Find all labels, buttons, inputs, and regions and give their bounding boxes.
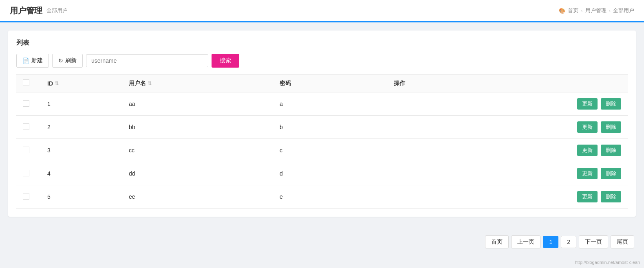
row-id-5: 5 bbox=[41, 185, 122, 209]
pagination-last[interactable]: 尾页 bbox=[611, 235, 634, 248]
th-id: ID ⇅ bbox=[41, 75, 122, 92]
list-title: 列表 bbox=[16, 39, 628, 47]
row-password-1: a bbox=[273, 92, 387, 116]
th-checkbox bbox=[16, 75, 41, 92]
row-username-2: bb bbox=[122, 116, 273, 139]
refresh-button[interactable]: ↻ 刷新 bbox=[52, 54, 83, 68]
row-actions-2: 更新 删除 bbox=[387, 116, 628, 139]
breadcrumb-home: 首页 bbox=[568, 7, 578, 14]
row-password-5: e bbox=[273, 185, 387, 209]
row-checkbox-cell bbox=[16, 185, 41, 209]
row-checkbox-1[interactable] bbox=[23, 100, 29, 107]
row-checkbox-2[interactable] bbox=[23, 123, 29, 130]
breadcrumb-sep1: › bbox=[581, 8, 582, 14]
breadcrumb-current: 全部用户 bbox=[613, 7, 634, 14]
row-actions-5: 更新 删除 bbox=[387, 185, 628, 209]
username-sort-icon[interactable]: ⇅ bbox=[148, 81, 152, 86]
row-password-4: d bbox=[273, 162, 387, 185]
home-icon: 🎨 bbox=[559, 7, 565, 14]
table-row: 5 ee e 更新 删除 bbox=[16, 185, 628, 209]
row-actions-1: 更新 删除 bbox=[387, 92, 628, 116]
pagination-prev[interactable]: 上一页 bbox=[511, 235, 540, 248]
row-checkbox-4[interactable] bbox=[23, 170, 29, 176]
table-header-row: ID ⇅ 用户名 ⇅ 密码 bbox=[16, 75, 628, 92]
update-button-3[interactable]: 更新 bbox=[577, 145, 598, 156]
pagination-first[interactable]: 首页 bbox=[485, 235, 509, 248]
table-row: 1 aa a 更新 删除 bbox=[16, 92, 628, 116]
th-actions-label: 操作 bbox=[394, 80, 405, 86]
row-username-5: ee bbox=[122, 185, 273, 209]
search-button[interactable]: 搜索 bbox=[212, 54, 239, 68]
page-subtitle: 全部用户 bbox=[46, 7, 68, 14]
data-table: ID ⇅ 用户名 ⇅ 密码 bbox=[16, 74, 628, 209]
th-password: 密码 bbox=[273, 75, 387, 92]
row-id-2: 2 bbox=[41, 116, 122, 139]
row-actions-4: 更新 删除 bbox=[387, 162, 628, 185]
row-username-1: aa bbox=[122, 92, 273, 116]
update-button-1[interactable]: 更新 bbox=[577, 98, 598, 110]
table-row: 2 bb b 更新 删除 bbox=[16, 116, 628, 139]
breadcrumb-sep2: › bbox=[609, 8, 611, 14]
pagination-page-1[interactable]: 1 bbox=[543, 236, 558, 248]
table-row: 4 dd d 更新 删除 bbox=[16, 162, 628, 185]
list-card: 列表 📄 新建 ↻ 刷新 搜索 bbox=[8, 31, 636, 217]
new-label: 新建 bbox=[31, 57, 43, 64]
select-all-checkbox[interactable] bbox=[23, 79, 29, 86]
delete-button-5[interactable]: 删除 bbox=[601, 191, 621, 202]
row-checkbox-cell bbox=[16, 139, 41, 162]
main-content: 列表 📄 新建 ↻ 刷新 搜索 bbox=[0, 22, 644, 225]
toolbar: 📄 新建 ↻ 刷新 搜索 bbox=[16, 54, 628, 68]
row-id-3: 3 bbox=[41, 139, 122, 162]
pagination-next[interactable]: 下一页 bbox=[579, 235, 608, 248]
table-row: 3 cc c 更新 删除 bbox=[16, 139, 628, 162]
row-id-1: 1 bbox=[41, 92, 122, 116]
page-title: 用户管理 bbox=[10, 5, 42, 16]
page-footer: 首页 上一页 1 2 下一页 尾页 bbox=[0, 229, 644, 255]
delete-button-1[interactable]: 删除 bbox=[601, 98, 621, 110]
th-id-label: ID bbox=[47, 80, 53, 87]
row-checkbox-5[interactable] bbox=[23, 193, 29, 200]
row-checkbox-cell bbox=[16, 116, 41, 139]
row-checkbox-3[interactable] bbox=[23, 147, 29, 153]
breadcrumb-parent: 用户管理 bbox=[585, 7, 607, 14]
row-actions-3: 更新 删除 bbox=[387, 139, 628, 162]
new-icon: 📄 bbox=[22, 57, 29, 64]
header-left: 用户管理 全部用户 bbox=[10, 5, 68, 16]
delete-button-2[interactable]: 删除 bbox=[601, 121, 621, 133]
update-button-2[interactable]: 更新 bbox=[577, 121, 598, 133]
row-checkbox-cell bbox=[16, 162, 41, 185]
row-id-4: 4 bbox=[41, 162, 122, 185]
refresh-label: 刷新 bbox=[65, 57, 77, 64]
table-body: 1 aa a 更新 删除 2 bb b 更新 删除 3 cc c bbox=[16, 92, 628, 209]
update-button-5[interactable]: 更新 bbox=[577, 191, 598, 202]
th-actions: 操作 bbox=[387, 75, 628, 92]
th-password-label: 密码 bbox=[280, 80, 291, 87]
row-checkbox-cell bbox=[16, 92, 41, 116]
id-sort-icon[interactable]: ⇅ bbox=[55, 81, 59, 86]
row-password-3: c bbox=[273, 139, 387, 162]
page-header: 用户管理 全部用户 🎨 首页 › 用户管理 › 全部用户 bbox=[0, 0, 644, 22]
row-username-3: cc bbox=[122, 139, 273, 162]
breadcrumb: 🎨 首页 › 用户管理 › 全部用户 bbox=[559, 7, 634, 14]
row-username-4: dd bbox=[122, 162, 273, 185]
delete-button-3[interactable]: 删除 bbox=[601, 145, 621, 156]
row-password-2: b bbox=[273, 116, 387, 139]
th-username: 用户名 ⇅ bbox=[122, 75, 273, 92]
delete-button-4[interactable]: 删除 bbox=[601, 168, 621, 179]
pagination-page-2[interactable]: 2 bbox=[561, 236, 576, 248]
new-button[interactable]: 📄 新建 bbox=[16, 54, 49, 68]
th-username-label: 用户名 bbox=[129, 80, 146, 87]
refresh-icon: ↻ bbox=[58, 57, 63, 64]
update-button-4[interactable]: 更新 bbox=[577, 168, 598, 179]
search-input[interactable] bbox=[86, 54, 208, 67]
